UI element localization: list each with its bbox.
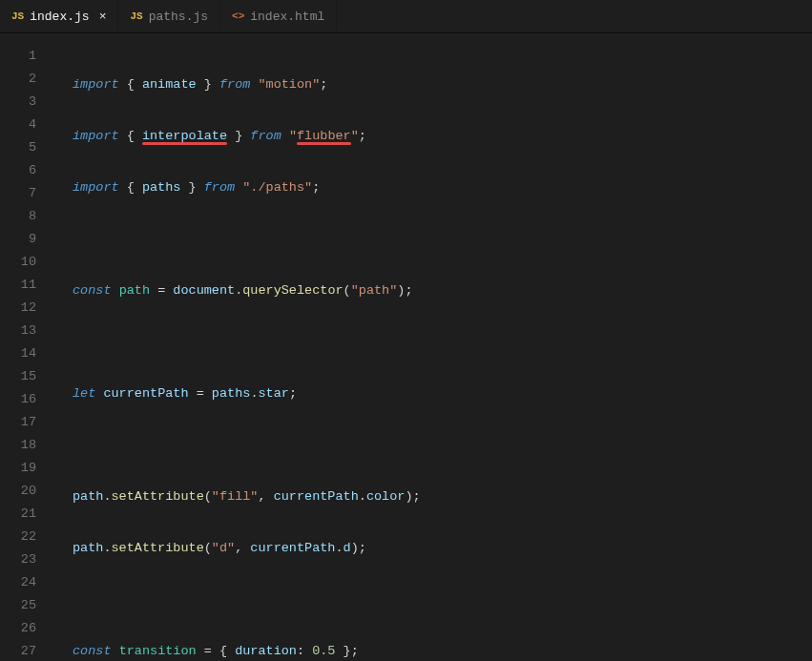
html-icon: <> <box>232 10 244 22</box>
code-line: const transition = { duration: 0.5 }; <box>55 640 812 661</box>
line-number: 7 <box>0 182 55 205</box>
line-number: 16 <box>0 388 55 411</box>
code-line <box>55 331 812 354</box>
line-number: 14 <box>0 342 55 365</box>
line-number: 2 <box>0 68 55 91</box>
js-icon: JS <box>130 10 142 22</box>
line-number: 21 <box>0 503 55 526</box>
tab-index-js[interactable]: JS index.js × <box>0 0 118 32</box>
code-line <box>55 434 812 457</box>
tab-index-html[interactable]: <> index.html <box>220 0 337 32</box>
underline-flubber: flubber <box>297 129 351 143</box>
code-line: const path = document.querySelector("pat… <box>55 279 812 302</box>
line-number: 26 <box>0 617 55 640</box>
code-line: import { animate } from "motion"; <box>55 73 812 96</box>
line-number: 11 <box>0 274 55 297</box>
tab-paths-js[interactable]: JS paths.js <box>118 0 220 32</box>
line-number: 10 <box>0 251 55 274</box>
code-line <box>55 228 812 251</box>
line-number: 4 <box>0 114 55 136</box>
line-number: 23 <box>0 548 55 571</box>
editor-area[interactable]: 1 2 3 4 5 6 7 8 9 10 11 12 13 14 15 16 1… <box>0 33 812 661</box>
code-line: import { paths } from "./paths"; <box>55 176 812 199</box>
line-number: 6 <box>0 159 55 182</box>
tab-label: paths.js <box>149 10 208 24</box>
js-icon: JS <box>11 10 24 22</box>
line-number: 22 <box>0 526 55 548</box>
line-number: 8 <box>0 205 55 228</box>
line-number: 24 <box>0 571 55 594</box>
line-number: 5 <box>0 136 55 159</box>
line-number: 1 <box>0 45 55 68</box>
code-content[interactable]: import { animate } from "motion"; import… <box>55 33 812 661</box>
code-line: import { interpolate } from "flubber"; <box>55 125 812 148</box>
code-line: path.setAttribute("d", currentPath.d); <box>55 537 812 560</box>
line-number: 15 <box>0 365 55 388</box>
line-number: 9 <box>0 228 55 251</box>
code-line: let currentPath = paths.star; <box>55 382 812 405</box>
line-number: 18 <box>0 434 55 457</box>
line-number: 17 <box>0 411 55 434</box>
tab-label: index.js <box>30 10 89 24</box>
line-number: 3 <box>0 91 55 114</box>
line-number: 20 <box>0 480 55 503</box>
line-number: 12 <box>0 297 55 320</box>
code-line: path.setAttribute("fill", currentPath.co… <box>55 485 812 508</box>
close-icon[interactable]: × <box>99 10 107 24</box>
line-number: 19 <box>0 457 55 480</box>
line-numbers: 1 2 3 4 5 6 7 8 9 10 11 12 13 14 15 16 1… <box>0 33 55 661</box>
line-number: 13 <box>0 320 55 342</box>
underline-interpolate: interpolate <box>142 129 227 143</box>
editor-tabs: JS index.js × JS paths.js <> index.html <box>0 0 812 33</box>
tab-label: index.html <box>250 10 324 24</box>
line-number: 27 <box>0 640 55 661</box>
line-number: 25 <box>0 594 55 617</box>
code-line <box>55 589 812 611</box>
